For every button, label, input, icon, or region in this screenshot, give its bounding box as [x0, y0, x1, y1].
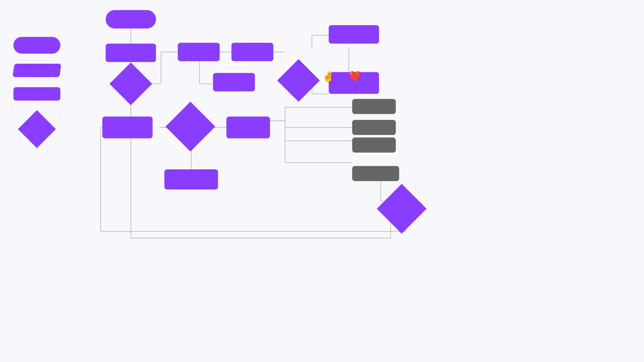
legend-home	[14, 37, 60, 54]
node-arouse-curiosity[interactable]	[102, 116, 152, 138]
node-contact[interactable]	[352, 99, 396, 114]
node-information[interactable]	[352, 120, 396, 135]
node-home[interactable]	[106, 10, 156, 28]
legend-process	[14, 87, 60, 100]
node-re-diary[interactable]	[213, 73, 255, 92]
legend-decision	[18, 110, 56, 148]
node-confirm-mail[interactable]	[232, 43, 273, 61]
node-blog[interactable]	[352, 138, 396, 152]
heart-emoji: ❤️	[349, 70, 362, 82]
node-find-because[interactable]	[164, 169, 218, 190]
node-click[interactable]	[377, 184, 427, 234]
node-go-to-other-page[interactable]	[166, 102, 215, 152]
node-navigation[interactable]	[226, 116, 270, 138]
node-donation-point[interactable]	[352, 166, 399, 181]
legend	[14, 37, 60, 148]
node-cancel[interactable]	[277, 59, 320, 102]
node-book-decision[interactable]	[110, 62, 152, 105]
node-cta[interactable]	[106, 44, 156, 62]
node-configm-mail[interactable]	[329, 25, 379, 44]
legend-input-ouput	[12, 64, 61, 77]
flow-connectors	[0, 0, 644, 362]
node-book[interactable]	[178, 43, 220, 61]
peace-sign-emoji: ✌️	[322, 70, 334, 82]
